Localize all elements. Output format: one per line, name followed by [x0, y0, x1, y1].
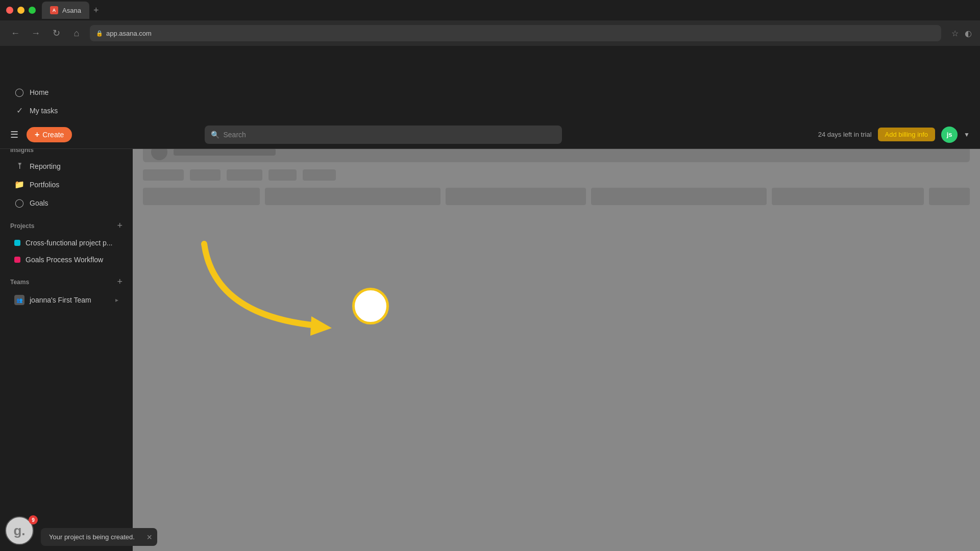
browser-tab[interactable]: A Asana [42, 2, 89, 19]
tab-favicon: A [50, 6, 58, 14]
lock-icon: 🔒 [96, 30, 103, 37]
hamburger-button[interactable]: ☰ [10, 129, 18, 140]
projects-section-header: Projects + [0, 212, 133, 234]
main-content [133, 132, 980, 551]
check-circle-icon: ✓ [14, 106, 24, 115]
skeleton-tab-4 [268, 169, 297, 181]
traffic-light-red[interactable] [6, 7, 13, 14]
skeleton-tab-5 [303, 169, 336, 181]
extensions-button[interactable]: ◐ [965, 29, 972, 38]
avatar[interactable]: js [941, 127, 958, 143]
skeleton-tab-2 [190, 169, 220, 181]
create-icon: + [35, 130, 39, 139]
skeleton-tab-1 [143, 169, 184, 181]
add-project-button[interactable]: + [117, 220, 122, 231]
sidebar-item-project1-label: Cross-functional project p... [26, 239, 112, 247]
trial-info: 24 days left in trial Add billing info j… [818, 127, 970, 143]
sidebar-item-project2-label: Goals Process Workflow [26, 256, 103, 264]
sidebar-item-my-tasks-label: My tasks [30, 107, 58, 115]
back-button[interactable]: ← [8, 26, 22, 40]
sidebar-item-portfolios[interactable]: 📁 Portfolios [4, 176, 129, 193]
svg-marker-0 [310, 316, 332, 336]
skeleton-tab-3 [227, 169, 262, 181]
skeleton-tabs-row [143, 169, 970, 181]
sidebar: ◯ Home ✓ My tasks 🔔 Inbox Insights ⤒ Rep… [0, 74, 133, 318]
search-icon: 🔍 [211, 131, 219, 139]
reload-button[interactable]: ↻ [49, 26, 63, 40]
toast-message-text: Your project is being created. [49, 533, 135, 541]
goals-icon: ◯ [14, 198, 24, 208]
url-bar[interactable]: 🔒 app.asana.com [90, 25, 941, 41]
search-placeholder: Search [224, 131, 246, 139]
trial-text: 24 days left in trial [818, 131, 872, 138]
new-tab-button[interactable]: + [89, 5, 103, 16]
teams-section-header: Teams + [0, 268, 133, 290]
team-chevron-icon: ▸ [115, 296, 118, 304]
sidebar-item-project1[interactable]: Cross-functional project p... [4, 235, 129, 251]
top-bar: ☰ + Create 🔍 Search 24 days left in tria… [0, 120, 980, 149]
sidebar-item-team1-label: joanna's First Team [30, 296, 91, 304]
project1-color-dot [14, 240, 20, 246]
skeleton-th-4 [591, 188, 767, 205]
reporting-icon: ⤒ [14, 161, 24, 171]
add-team-button[interactable]: + [117, 277, 122, 287]
toast-close-button[interactable]: × [146, 532, 152, 542]
project2-color-dot [14, 257, 20, 263]
sidebar-item-goals-label: Goals [30, 199, 48, 207]
sidebar-item-reporting-label: Reporting [30, 162, 61, 170]
white-circle [352, 288, 389, 324]
teams-section-label: Teams [10, 279, 29, 286]
folder-icon: 📁 [14, 180, 24, 189]
create-label: Create [42, 131, 64, 139]
create-button[interactable]: + Create [27, 127, 72, 142]
sidebar-item-home-label: Home [30, 88, 48, 96]
home-icon: ◯ [14, 87, 24, 97]
search-bar[interactable]: 🔍 Search [205, 126, 562, 144]
toast-container: g. 9 [5, 516, 38, 549]
traffic-light-yellow[interactable] [17, 7, 24, 14]
sidebar-item-goals[interactable]: ◯ Goals [4, 194, 129, 212]
skeleton-title-text [174, 148, 276, 156]
sidebar-item-reporting[interactable]: ⤒ Reporting [4, 157, 129, 175]
home-button[interactable]: ⌂ [69, 26, 84, 40]
skeleton-table-header [143, 188, 970, 205]
projects-section-label: Projects [10, 222, 34, 230]
sidebar-item-team1[interactable]: 👥 joanna's First Team ▸ [4, 291, 129, 309]
billing-button[interactable]: Add billing info [878, 128, 936, 141]
bookmark-button[interactable]: ☆ [951, 29, 959, 38]
sidebar-item-home[interactable]: ◯ Home [4, 83, 129, 101]
tab-title: Asana [62, 7, 81, 14]
sidebar-item-portfolios-label: Portfolios [30, 181, 59, 189]
notification-badge: 9 [29, 515, 38, 524]
skeleton-th-1 [143, 188, 260, 205]
forward-button[interactable]: → [29, 26, 43, 40]
toast-avatar-letter: g. [13, 523, 25, 539]
toast-message-box: Your project is being created. × [41, 528, 157, 546]
url-text: app.asana.com [106, 30, 152, 37]
skeleton-th-5 [772, 188, 924, 205]
arrow-svg [174, 234, 368, 356]
sidebar-item-my-tasks[interactable]: ✓ My tasks [4, 102, 129, 119]
skeleton-th-3 [446, 188, 586, 205]
sidebar-item-project2[interactable]: Goals Process Workflow [4, 252, 129, 268]
skeleton-th-2 [265, 188, 440, 205]
traffic-light-green[interactable] [29, 7, 36, 14]
toast-avatar-wrapper: g. 9 [5, 516, 38, 549]
team-icon: 👥 [14, 295, 24, 305]
skeleton-th-extra [929, 188, 970, 205]
avatar-chevron-icon[interactable]: ▼ [964, 131, 970, 138]
